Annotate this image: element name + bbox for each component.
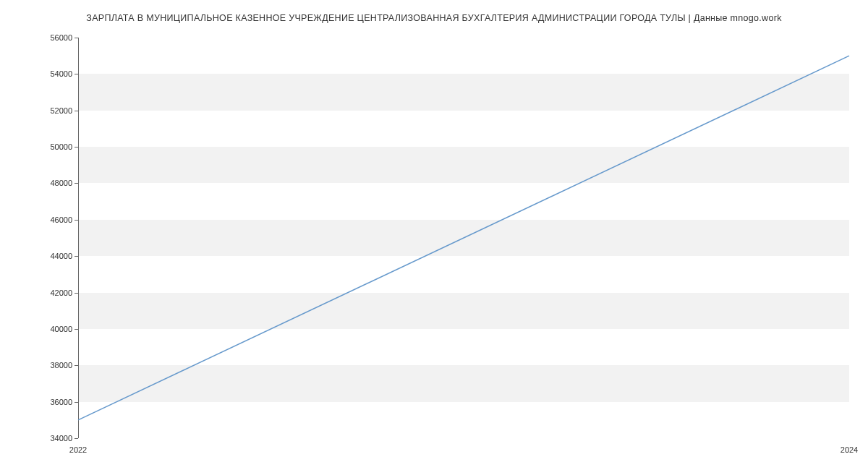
y-tick-label: 42000 <box>50 289 72 297</box>
y-tick-mark <box>75 183 78 184</box>
y-tick-mark <box>75 147 78 148</box>
y-tick-label: 36000 <box>50 398 72 406</box>
y-tick-label: 44000 <box>50 252 72 260</box>
y-tick-mark <box>75 220 78 221</box>
chart-svg <box>78 38 849 438</box>
y-tick-mark <box>75 365 78 366</box>
y-tick-mark <box>75 111 78 111</box>
y-tick-mark <box>75 74 78 74</box>
plot-area: 3400036000380004000042000440004600048000… <box>78 38 849 438</box>
y-tick-label: 54000 <box>50 69 72 78</box>
y-tick-mark <box>75 256 78 257</box>
chart-title: ЗАРПЛАТА В МУНИЦИПАЛЬНОЕ КАЗЕННОЕ УЧРЕЖД… <box>0 13 868 23</box>
y-tick-label: 50000 <box>50 142 72 151</box>
y-tick-mark <box>75 38 78 38</box>
y-tick-label: 34000 <box>50 434 72 443</box>
y-tick-mark <box>75 402 78 403</box>
x-tick-label: 2022 <box>69 445 87 454</box>
x-tick-label: 2024 <box>841 445 858 454</box>
y-tick-label: 52000 <box>50 106 72 115</box>
y-tick-label: 40000 <box>50 325 72 333</box>
y-tick-mark <box>75 438 78 439</box>
y-tick-mark <box>75 329 78 330</box>
y-tick-label: 38000 <box>50 361 72 369</box>
y-tick-label: 46000 <box>50 215 72 224</box>
y-tick-label: 48000 <box>50 179 72 187</box>
y-tick-mark <box>75 293 78 294</box>
data-line <box>78 56 849 420</box>
y-tick-label: 56000 <box>50 33 72 42</box>
